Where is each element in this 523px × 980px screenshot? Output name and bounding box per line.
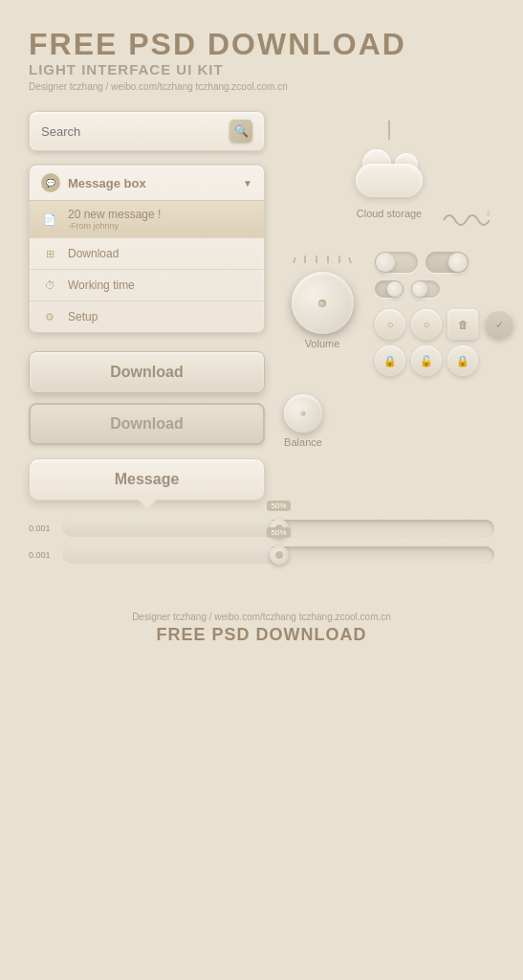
- message-item-download[interactable]: ⊞ Download: [30, 237, 264, 269]
- page-wrapper: FREE PSD DOWNLOAD LIGHT INTERFACE UI KIT…: [0, 0, 523, 980]
- balance-row: Balance: [284, 394, 494, 448]
- svg-line-1: [294, 257, 295, 263]
- page-subtitle: LIGHT INTERFACE UI KIT: [29, 61, 494, 78]
- progress-tooltip-2: 50%: [267, 527, 290, 538]
- progress-section: 0.001 50% 0.001 50%: [29, 520, 494, 564]
- toggle-thumb-3: [387, 281, 403, 297]
- toggle-row-2: [375, 280, 514, 298]
- volume-ticks: [284, 252, 360, 269]
- volume-section: Volume: [284, 252, 360, 349]
- toggle-2[interactable]: [425, 252, 469, 273]
- knobs-row: Volume: [284, 252, 494, 376]
- right-column: Cloud storage: [284, 111, 494, 501]
- progress-label-2: 0.001: [29, 550, 55, 560]
- download-button-2[interactable]: Download: [29, 403, 265, 445]
- svg-line-6: [349, 257, 351, 263]
- progress-handle-2[interactable]: [270, 546, 289, 565]
- footer-title: FREE PSD DOWNLOAD: [29, 625, 494, 645]
- item-text: 20 new message ! -From johnny: [68, 208, 252, 231]
- left-column: 🔍 💬 Message box ▼ 📄 20 new message ! -Fr…: [29, 111, 265, 501]
- toggle-row-1: [375, 252, 514, 273]
- progress-row-1: 0.001 50%: [29, 520, 494, 537]
- dropdown-arrow-icon: ▼: [243, 178, 252, 189]
- empty-slot: [484, 345, 514, 376]
- button-group: Download Download Message: [29, 351, 265, 501]
- cloud-hang: Cloud storage: [294, 121, 485, 219]
- main-content: 🔍 💬 Message box ▼ 📄 20 new message ! -Fr…: [29, 111, 494, 501]
- balance-knob-dot: [301, 412, 306, 416]
- balance-section: Balance: [284, 394, 322, 448]
- balance-knob[interactable]: [284, 394, 322, 433]
- message-item-new[interactable]: 📄 20 new message ! -From johnny: [30, 200, 264, 237]
- message-box-container: 💬 Message box ▼ 📄 20 new message ! -From…: [29, 165, 265, 333]
- settings-icon: ⚙: [41, 308, 58, 325]
- file-icon: 📄: [41, 211, 58, 228]
- progress-tooltip-1: 50%: [267, 501, 290, 511]
- grid-icon: ⊞: [41, 245, 58, 262]
- icon-btn-circle-2[interactable]: ○: [411, 309, 442, 340]
- cloud-label: Cloud storage: [357, 208, 423, 219]
- message-item-working[interactable]: ⏱ Working time: [30, 269, 264, 301]
- progress-fill-1: 50%: [63, 520, 279, 537]
- designer-credit: Designer tczhang / weibo.com/tczhang tcz…: [29, 81, 494, 92]
- toggle-4[interactable]: [411, 280, 440, 298]
- icon-btn-trash[interactable]: 🗑: [447, 309, 478, 340]
- toggle-thumb-2: [448, 253, 468, 272]
- toggle-1[interactable]: [375, 252, 418, 273]
- progress-handle-inner-2: [275, 551, 283, 559]
- message-button[interactable]: Message: [29, 458, 265, 501]
- toggle-3[interactable]: [375, 280, 403, 298]
- item-download-text: Download: [68, 247, 252, 260]
- download-button-1[interactable]: Download: [29, 351, 265, 393]
- header: FREE PSD DOWNLOAD LIGHT INTERFACE UI KIT…: [29, 29, 494, 92]
- cloud-body: [356, 164, 423, 197]
- icon-btn-lock-1[interactable]: 🔒: [375, 345, 405, 376]
- item-setup-text: Setup: [68, 310, 252, 323]
- toggle-thumb-4: [412, 281, 427, 297]
- icon-btn-circle-1[interactable]: ○: [375, 309, 405, 340]
- cloud-shape: [351, 145, 427, 197]
- page-title: FREE PSD DOWNLOAD: [29, 29, 494, 59]
- message-item-setup[interactable]: ⚙ Setup: [30, 301, 264, 332]
- message-icon: 💬: [41, 173, 60, 192]
- volume-knob-dot: [318, 300, 326, 307]
- svg-point-0: [487, 211, 490, 216]
- progress-bar-2[interactable]: 50%: [63, 546, 494, 564]
- balance-label: Balance: [284, 436, 322, 448]
- icon-btn-lock-2[interactable]: 🔓: [411, 345, 442, 376]
- volume-tick-svg: [284, 254, 360, 265]
- volume-knob[interactable]: [292, 272, 354, 334]
- footer: Designer tczhang / weibo.com/tczhang tcz…: [29, 602, 494, 645]
- progress-fill-2: 50%: [63, 546, 279, 564]
- clock-icon: ⏱: [41, 277, 58, 294]
- icon-btn-lock-3[interactable]: 🔒: [447, 345, 478, 376]
- volume-label: Volume: [284, 338, 360, 349]
- hang-wire: [388, 121, 390, 140]
- message-box-label: Message box: [68, 176, 235, 190]
- icon-btn-check[interactable]: ✓: [484, 309, 514, 340]
- squiggle-decoration: [442, 206, 490, 234]
- icon-btn-grid: ○ ○ 🗑 ✓ 🔒 🔓 🔒: [375, 309, 514, 376]
- item-working-text: Working time: [68, 278, 252, 292]
- message-box-header[interactable]: 💬 Message box ▼: [30, 166, 264, 200]
- toggles-area: ○ ○ 🗑 ✓ 🔒 🔓 🔒: [375, 252, 514, 376]
- search-icon[interactable]: 🔍: [229, 120, 252, 143]
- progress-row-2: 0.001 50%: [29, 546, 494, 564]
- progress-label-1: 0.001: [29, 523, 55, 533]
- search-input[interactable]: [41, 124, 229, 139]
- search-bar: 🔍: [29, 111, 265, 151]
- toggle-thumb-1: [376, 253, 395, 272]
- footer-designer: Designer tczhang / weibo.com/tczhang tcz…: [29, 612, 494, 622]
